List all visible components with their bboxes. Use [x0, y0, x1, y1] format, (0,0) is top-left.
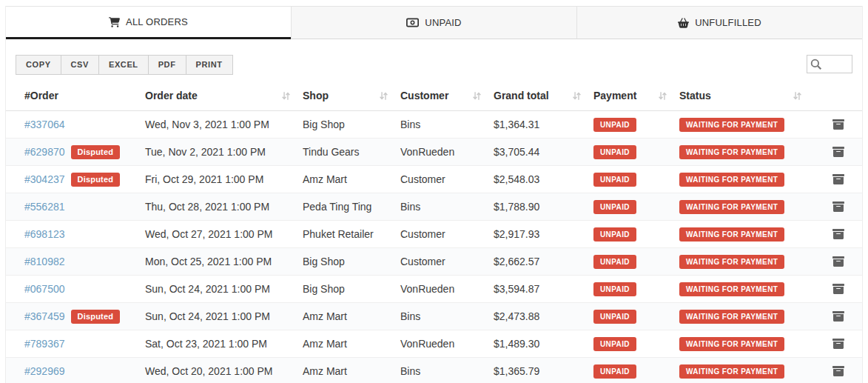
customer-name: Bins [394, 111, 488, 139]
sort-icon[interactable] [658, 91, 667, 101]
order-link[interactable]: #810982 [24, 256, 65, 267]
column-header-order[interactable]: #Order [6, 83, 139, 111]
grand-total: $1,788.90 [488, 193, 588, 221]
payment-badge: UNPAID [593, 118, 636, 132]
archive-icon [832, 146, 845, 158]
export-pdf-button[interactable]: PDF [149, 55, 186, 75]
sort-icon[interactable] [379, 91, 388, 101]
table-row: #367459Disputed Sun, Oct 24, 2021 1:00 P… [6, 303, 862, 330]
tab-unpaid[interactable]: UNPAID [291, 7, 576, 39]
column-header-grand-total[interactable]: Grand total [488, 83, 588, 111]
archive-order-button[interactable] [830, 364, 847, 379]
grand-total: $3,705.44 [488, 139, 588, 166]
customer-name: Customer [394, 166, 488, 193]
table-row: #292969 Wed, Oct 20, 2021 1:00 PM Amz Ma… [6, 358, 862, 383]
payment-badge: UNPAID [593, 145, 636, 159]
order-link[interactable]: #629870 [24, 146, 65, 158]
table-header-row: #Order Order date Shop Customer Grand to… [6, 83, 862, 111]
order-link[interactable]: #337064 [24, 119, 65, 130]
export-excel-button[interactable]: EXCEL [99, 55, 149, 75]
order-date: Sun, Oct 24, 2021 1:00 PM [139, 303, 297, 330]
customer-name: VonRueden [394, 276, 488, 303]
archive-icon [832, 228, 845, 240]
sort-icon[interactable] [793, 91, 802, 101]
export-copy-button[interactable]: COPY [16, 55, 61, 75]
table-row: #698123 Wed, Oct 27, 2021 1:00 PM Phuket… [6, 221, 862, 248]
status-badge: WAITING FOR PAYMENT [679, 255, 784, 269]
archive-order-button[interactable] [830, 336, 847, 351]
shop-name: Peda Ting Ting [297, 193, 394, 221]
column-header-actions [808, 83, 862, 111]
archive-order-button[interactable] [830, 282, 847, 296]
table-row: #337064 Wed, Nov 3, 2021 1:00 PM Big Sho… [6, 111, 862, 139]
cart-icon [109, 17, 120, 27]
order-link[interactable]: #556281 [24, 201, 65, 213]
archive-order-button[interactable] [830, 199, 847, 214]
column-header-status[interactable]: Status [673, 83, 808, 111]
customer-name: Bins [394, 303, 488, 330]
order-link[interactable]: #698123 [24, 228, 65, 240]
column-header-shop[interactable]: Shop [297, 83, 394, 111]
grand-total: $1,489.30 [488, 330, 588, 358]
column-header-customer[interactable]: Customer [394, 83, 488, 111]
archive-icon [832, 283, 845, 295]
basket-icon [678, 18, 689, 28]
tab-all-orders[interactable]: ALL ORDERS [6, 7, 291, 39]
order-date: Sun, Oct 24, 2021 1:00 PM [139, 276, 297, 303]
export-print-button[interactable]: PRINT [186, 55, 233, 75]
shop-name: Big Shop [297, 248, 394, 276]
export-csv-button[interactable]: CSV [61, 55, 99, 75]
grand-total: $2,662.57 [488, 248, 588, 276]
order-link[interactable]: #067500 [24, 283, 65, 295]
shop-name: Amz Mart [297, 166, 394, 193]
archive-order-button[interactable] [830, 309, 847, 324]
table-row: #789367 Sat, Oct 23, 2021 1:00 PM Amz Ma… [6, 330, 862, 358]
order-link[interactable]: #304237 [24, 173, 65, 185]
tab-label: UNFULFILLED [695, 17, 761, 28]
order-link[interactable]: #367459 [24, 310, 65, 322]
customer-name: Bins [394, 358, 488, 383]
search-input[interactable] [807, 56, 852, 73]
customer-name: Bins [394, 193, 488, 221]
shop-name: Tindu Gears [297, 139, 394, 166]
status-badge: WAITING FOR PAYMENT [679, 282, 784, 296]
customer-name: Customer [394, 221, 488, 248]
orders-table: #Order Order date Shop Customer Grand to… [6, 83, 862, 383]
archive-order-button[interactable] [830, 117, 847, 132]
sort-icon[interactable] [281, 91, 291, 101]
shop-name: Big Shop [297, 111, 394, 139]
column-header-payment[interactable]: Payment [588, 83, 673, 111]
tab-bar: ALL ORDERS UNPAID UNFULFILLED [6, 6, 862, 39]
archive-icon [832, 256, 845, 267]
order-date: Thu, Oct 28, 2021 1:00 PM [139, 193, 297, 221]
archive-icon [832, 338, 845, 350]
order-link[interactable]: #789367 [24, 338, 65, 350]
tab-unfulfilled[interactable]: UNFULFILLED [576, 7, 862, 39]
sort-icon[interactable] [472, 91, 482, 101]
payment-badge: UNPAID [593, 364, 636, 379]
archive-icon [832, 310, 845, 322]
payment-badge: UNPAID [593, 200, 636, 214]
grand-total: $2,473.88 [488, 303, 588, 330]
table-row: #304237Disputed Fri, Oct 29, 2021 1:00 P… [6, 166, 862, 193]
payment-badge: UNPAID [593, 227, 636, 242]
order-link[interactable]: #292969 [24, 365, 65, 377]
column-header-order-date[interactable]: Order date [139, 83, 297, 111]
archive-icon [832, 201, 845, 213]
sort-icon[interactable] [572, 91, 582, 101]
customer-name: VonRueden [394, 330, 488, 358]
archive-order-button[interactable] [830, 144, 847, 159]
archive-order-button[interactable] [830, 172, 847, 187]
status-badge: WAITING FOR PAYMENT [679, 364, 784, 379]
archive-order-button[interactable] [830, 227, 847, 242]
orders-panel: ALL ORDERS UNPAID UNFULFILLED COPY CSV E… [5, 6, 863, 383]
archive-order-button[interactable] [830, 254, 847, 269]
disputed-badge: Disputed [71, 310, 121, 324]
archive-icon [832, 365, 845, 377]
archive-icon [832, 173, 845, 185]
order-date: Wed, Nov 3, 2021 1:00 PM [139, 111, 297, 139]
disputed-badge: Disputed [71, 145, 121, 159]
status-badge: WAITING FOR PAYMENT [679, 310, 784, 324]
customer-name: Customer [394, 248, 488, 276]
shop-name: Amz Mart [297, 358, 394, 383]
